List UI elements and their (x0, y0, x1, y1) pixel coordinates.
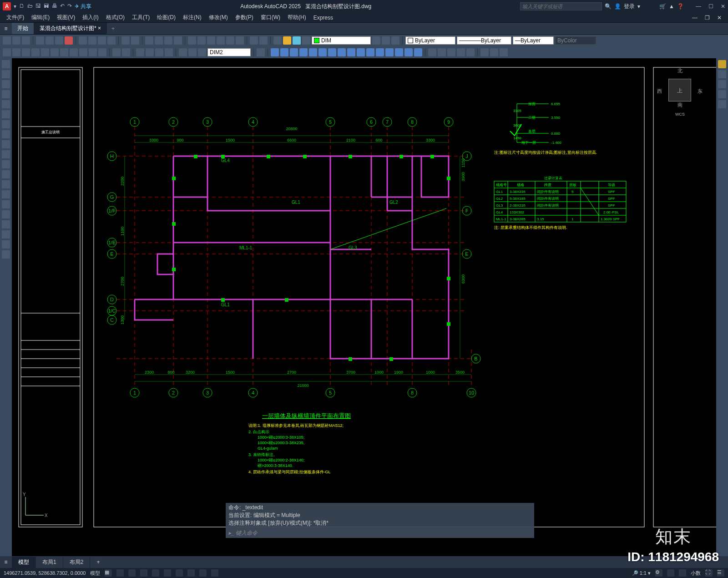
markup-icon[interactable] (226, 36, 234, 45)
new-icon[interactable] (3, 36, 11, 45)
sun-icon[interactable] (283, 36, 291, 45)
explode-icon[interactable] (414, 48, 422, 56)
hatch-icon[interactable] (2, 200, 10, 208)
app-icon[interactable]: A (3, 2, 11, 10)
dimali-icon[interactable] (12, 48, 20, 56)
lock-icon[interactable] (302, 36, 310, 45)
menu-express[interactable]: Express (311, 14, 336, 22)
block-icon[interactable] (250, 36, 258, 45)
snap2-icon[interactable] (116, 569, 124, 577)
dimstyle-dropdown[interactable]: DIM2 (207, 48, 251, 56)
line-icon[interactable] (2, 60, 10, 68)
dimted-icon[interactable] (188, 48, 197, 56)
gradient-icon[interactable] (2, 210, 10, 218)
doc-minimize-icon[interactable]: — (689, 14, 700, 22)
menu-tools[interactable]: 工具(T) (129, 13, 152, 22)
layouts-menu-icon[interactable]: ≡ (0, 559, 12, 565)
qat-dropdown-icon[interactable]: ▾ (14, 3, 16, 10)
rect-icon[interactable] (2, 100, 10, 108)
mirror-icon[interactable] (290, 48, 298, 56)
redo2-icon[interactable] (131, 36, 139, 45)
pline-icon[interactable] (2, 70, 10, 78)
dimord-icon[interactable] (31, 48, 40, 56)
polar-icon[interactable] (140, 569, 147, 577)
block2-icon[interactable] (2, 180, 10, 188)
close-icon[interactable]: ✕ (721, 3, 725, 10)
ellarc-icon[interactable] (2, 160, 10, 168)
add-tab-icon[interactable]: + (107, 25, 119, 32)
orbit-icon[interactable] (718, 90, 726, 98)
maximize-icon[interactable]: ☐ (708, 3, 713, 10)
scale[interactable]: 🔎 1:1 ▾ (632, 570, 651, 576)
search-icon[interactable]: 🔍 (605, 3, 612, 10)
spline-icon[interactable] (2, 140, 10, 148)
arc-icon[interactable] (2, 110, 10, 118)
save-icon[interactable]: 🖫 (35, 3, 41, 10)
layer-dropdown[interactable]: DIM (312, 36, 371, 45)
status-model[interactable]: 模型 (90, 570, 100, 577)
dord-icon[interactable] (428, 48, 436, 56)
ssm-icon[interactable] (217, 36, 225, 45)
extend-icon[interactable] (366, 48, 374, 56)
tp-icon[interactable] (207, 36, 215, 45)
zoom-icon[interactable] (155, 36, 163, 45)
menu-file[interactable]: 文件(F) (4, 13, 27, 22)
ortho-icon[interactable] (128, 569, 136, 577)
dimbrk-icon[interactable] (122, 48, 130, 56)
menu-window[interactable]: 窗口(W) (258, 13, 283, 22)
batch-plot-icon[interactable] (65, 36, 73, 45)
osnap-icon[interactable] (447, 48, 455, 56)
cycle-icon[interactable] (211, 569, 218, 577)
tab-close-icon[interactable]: × (98, 25, 101, 31)
undo2-icon[interactable] (121, 36, 130, 45)
menu-draw[interactable]: 绘图(D) (154, 13, 178, 22)
drawing-canvas[interactable]: 北 西 东 南 上 WCS 施工总说明 (12, 58, 716, 556)
erase-icon[interactable] (271, 48, 279, 56)
ungroup-icon[interactable] (466, 48, 475, 56)
linetype-dropdown[interactable]: ———— ByLayer (457, 36, 511, 45)
matchprop-icon[interactable] (107, 36, 116, 45)
user-icon[interactable]: 👤 (614, 3, 621, 10)
layer-mgr-icon[interactable] (273, 36, 282, 45)
dimang-icon[interactable] (70, 48, 78, 56)
open-icon[interactable]: 🗁 (27, 3, 33, 10)
offset-icon[interactable] (299, 48, 308, 56)
paste-icon[interactable] (98, 36, 106, 45)
join-icon[interactable] (385, 48, 394, 56)
iso-icon[interactable] (152, 569, 159, 577)
dimlin-icon[interactable] (3, 48, 11, 56)
save-icon[interactable] (22, 36, 30, 45)
app-switcher-icon[interactable]: ▲ (669, 3, 674, 10)
array-icon[interactable] (309, 48, 317, 56)
dimrad-icon[interactable] (41, 48, 49, 56)
circle-icon[interactable] (2, 120, 10, 128)
copy2-icon[interactable] (280, 48, 288, 56)
tab-layout1[interactable]: 布局1 (36, 557, 63, 568)
zoom-win-icon[interactable] (174, 36, 182, 45)
scale-icon[interactable] (338, 48, 346, 56)
dimspc-icon[interactable] (112, 48, 121, 56)
lprev-icon[interactable] (372, 36, 380, 45)
insp-icon[interactable] (155, 48, 163, 56)
revcloud-icon[interactable] (2, 130, 10, 138)
command-input[interactable]: ▸_ 键入命令 (226, 528, 534, 538)
otrack-icon[interactable] (176, 569, 183, 577)
cust-icon[interactable]: ☰ (717, 569, 724, 577)
file-tab-active[interactable]: 某混合结构别墅设计图* × (34, 23, 107, 34)
addsel-icon[interactable] (2, 250, 10, 259)
pan-icon[interactable] (145, 36, 153, 45)
chamfer-icon[interactable] (395, 48, 403, 56)
break-icon[interactable] (376, 48, 384, 56)
start-tab[interactable]: 开始 (12, 23, 34, 34)
dist-icon[interactable] (257, 48, 265, 56)
doc-restore-icon[interactable]: ❐ (702, 14, 713, 22)
doc-close-icon[interactable]: ✕ (714, 14, 724, 22)
color-dropdown[interactable]: ByLayer (405, 36, 455, 45)
point-icon[interactable] (500, 48, 508, 56)
print-icon[interactable] (36, 36, 44, 45)
dimed-icon[interactable] (179, 48, 187, 56)
saveas-icon[interactable]: 🖬 (44, 3, 49, 10)
menu-view[interactable]: 视图(V) (54, 13, 78, 22)
lmatch-icon[interactable] (382, 36, 390, 45)
undo-icon[interactable]: ↶ (60, 3, 65, 10)
